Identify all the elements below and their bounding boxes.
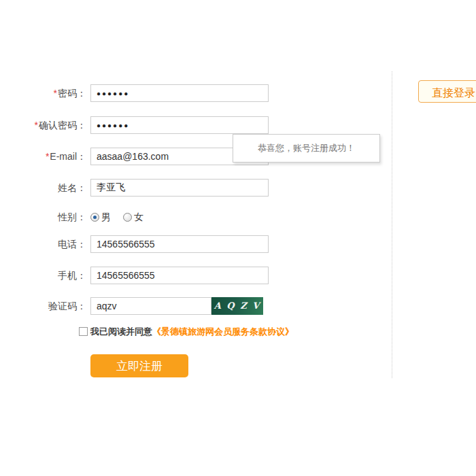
confirm-password-row: *确认密码： <box>0 116 392 134</box>
success-tooltip: 恭喜您，账号注册成功！ <box>233 134 380 163</box>
gender-male-label: 男 <box>101 211 111 222</box>
direct-login-button[interactable]: 直接登录 <box>418 80 476 103</box>
register-button[interactable]: 立即注册 <box>90 354 188 377</box>
agreement-checkbox[interactable] <box>79 327 88 336</box>
password-row: *密码： <box>0 84 392 102</box>
password-input[interactable] <box>90 84 269 102</box>
agreement-row: 我已阅读并同意《景德镇旅游网会员服务条款协议》 <box>0 327 392 337</box>
mobile-row: 手机： <box>0 267 392 284</box>
gender-label: 性别： <box>0 211 86 222</box>
agreement-text: 我已阅读并同意《景德镇旅游网会员服务条款协议》 <box>90 327 294 337</box>
required-asterisk: * <box>54 88 57 99</box>
captcha-row: 验证码： A Q Z V <box>0 297 392 315</box>
captcha-input[interactable] <box>90 297 211 315</box>
vertical-divider <box>392 71 392 378</box>
gender-options: 男 女 <box>90 211 153 222</box>
password-label: *密码： <box>0 84 86 102</box>
confirm-password-input[interactable] <box>90 116 269 134</box>
captcha-image[interactable]: A Q Z V <box>211 297 263 315</box>
gender-option-female[interactable]: 女 <box>123 211 143 222</box>
gender-row: 性别： 男 女 <box>0 211 392 222</box>
telephone-input[interactable] <box>90 235 269 253</box>
email-label: *E-mail： <box>0 148 86 165</box>
telephone-label: 电话： <box>0 235 86 253</box>
radio-male-icon[interactable] <box>90 213 99 222</box>
name-row: 姓名： <box>0 179 392 197</box>
required-asterisk: * <box>46 151 49 162</box>
captcha-label: 验证码： <box>0 297 86 315</box>
telephone-row: 电话： <box>0 235 392 253</box>
gender-female-label: 女 <box>134 211 143 222</box>
mobile-label: 手机： <box>0 267 86 284</box>
name-input[interactable] <box>90 179 269 197</box>
gender-option-male[interactable]: 男 <box>90 211 111 222</box>
required-asterisk: * <box>35 120 38 131</box>
radio-female-icon[interactable] <box>123 213 132 222</box>
mobile-input[interactable] <box>90 267 269 284</box>
name-label: 姓名： <box>0 179 86 197</box>
confirm-password-label: *确认密码： <box>0 116 86 134</box>
terms-link[interactable]: 《景德镇旅游网会员服务条款协议》 <box>152 326 294 337</box>
